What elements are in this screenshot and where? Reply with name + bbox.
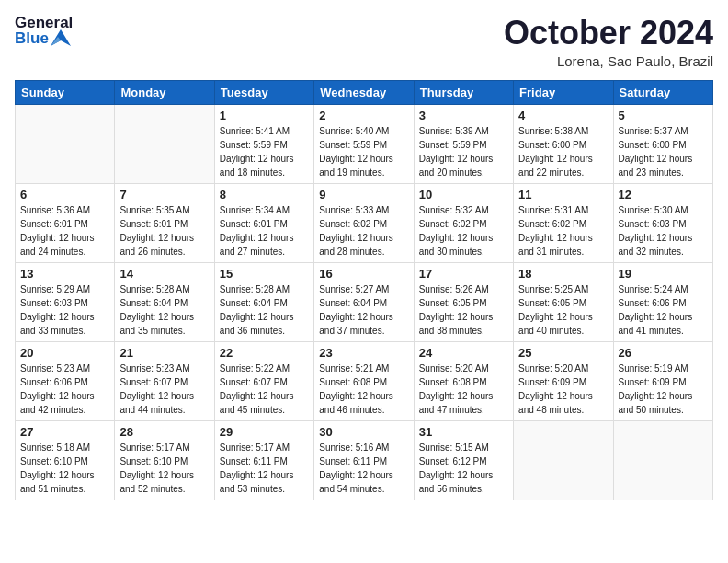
day-number: 16 — [319, 267, 408, 281]
header-wednesday: Wednesday — [314, 80, 414, 104]
day-info: Sunrise: 5:24 AMSunset: 6:06 PMDaylight:… — [619, 282, 708, 338]
calendar-cell-w1-d6: 4Sunrise: 5:38 AMSunset: 6:00 PMDaylight… — [514, 104, 613, 183]
day-info: Sunrise: 5:22 AMSunset: 6:07 PMDaylight:… — [220, 362, 309, 417]
day-number: 19 — [619, 267, 708, 281]
day-number: 2 — [319, 109, 408, 122]
day-info: Sunrise: 5:27 AMSunset: 6:04 PMDaylight:… — [319, 282, 408, 338]
location-text: Lorena, Sao Paulo, Brazil — [504, 53, 713, 69]
calendar-week-5: 27Sunrise: 5:18 AMSunset: 6:10 PMDayligh… — [16, 420, 713, 500]
day-info: Sunrise: 5:33 AMSunset: 6:02 PMDaylight:… — [319, 203, 408, 259]
logo-name: General Blue — [15, 15, 73, 46]
day-number: 25 — [518, 346, 608, 360]
calendar-cell-w1-d3: 1Sunrise: 5:41 AMSunset: 5:59 PMDaylight… — [214, 104, 313, 183]
day-number: 10 — [419, 188, 508, 201]
calendar-cell-w1-d2 — [115, 104, 214, 183]
day-info: Sunrise: 5:41 AMSunset: 5:59 PMDaylight:… — [220, 124, 309, 179]
calendar-cell-w4-d5: 24Sunrise: 5:20 AMSunset: 6:08 PMDayligh… — [414, 341, 513, 420]
day-number: 17 — [419, 267, 508, 281]
day-info: Sunrise: 5:28 AMSunset: 6:04 PMDaylight:… — [119, 282, 209, 338]
day-number: 12 — [619, 188, 708, 201]
day-number: 26 — [619, 346, 708, 360]
calendar-cell-w4-d1: 20Sunrise: 5:23 AMSunset: 6:06 PMDayligh… — [16, 341, 115, 420]
day-number: 22 — [220, 346, 309, 360]
calendar-cell-w1-d5: 3Sunrise: 5:39 AMSunset: 5:59 PMDaylight… — [414, 104, 513, 183]
calendar-cell-w5-d6 — [514, 420, 613, 500]
day-number: 29 — [220, 425, 309, 439]
header-thursday: Thursday — [414, 80, 513, 104]
day-number: 4 — [518, 109, 608, 122]
calendar-cell-w1-d1 — [16, 104, 115, 183]
month-title: October 2024 — [504, 15, 713, 52]
header-tuesday: Tuesday — [214, 80, 313, 104]
calendar-cell-w4-d4: 23Sunrise: 5:21 AMSunset: 6:08 PMDayligh… — [314, 341, 414, 420]
calendar-cell-w3-d7: 19Sunrise: 5:24 AMSunset: 6:06 PMDayligh… — [613, 262, 712, 341]
header-sunday: Sunday — [16, 80, 115, 104]
day-info: Sunrise: 5:35 AMSunset: 6:01 PMDaylight:… — [119, 203, 209, 259]
logo-bird-icon — [51, 29, 71, 46]
day-info: Sunrise: 5:16 AMSunset: 6:11 PMDaylight:… — [319, 441, 408, 496]
calendar-cell-w2-d4: 9Sunrise: 5:33 AMSunset: 6:02 PMDaylight… — [314, 183, 414, 262]
calendar-cell-w5-d7 — [613, 420, 712, 500]
calendar-cell-w5-d5: 31Sunrise: 5:15 AMSunset: 6:12 PMDayligh… — [414, 420, 513, 500]
day-info: Sunrise: 5:36 AMSunset: 6:01 PMDaylight:… — [20, 203, 109, 259]
header-saturday: Saturday — [613, 80, 712, 104]
calendar-cell-w3-d6: 18Sunrise: 5:25 AMSunset: 6:05 PMDayligh… — [514, 262, 613, 341]
day-number: 24 — [419, 346, 508, 360]
calendar-cell-w2-d6: 11Sunrise: 5:31 AMSunset: 6:02 PMDayligh… — [514, 183, 613, 262]
calendar-cell-w1-d7: 5Sunrise: 5:37 AMSunset: 6:00 PMDaylight… — [613, 104, 712, 183]
day-info: Sunrise: 5:39 AMSunset: 5:59 PMDaylight:… — [419, 124, 508, 179]
day-number: 14 — [119, 267, 209, 281]
calendar-cell-w3-d5: 17Sunrise: 5:26 AMSunset: 6:05 PMDayligh… — [414, 262, 513, 341]
calendar-cell-w4-d6: 25Sunrise: 5:20 AMSunset: 6:09 PMDayligh… — [514, 341, 613, 420]
day-info: Sunrise: 5:37 AMSunset: 6:00 PMDaylight:… — [619, 124, 708, 179]
day-info: Sunrise: 5:17 AMSunset: 6:10 PMDaylight:… — [119, 441, 209, 496]
day-info: Sunrise: 5:15 AMSunset: 6:12 PMDaylight:… — [419, 441, 508, 496]
day-number: 9 — [319, 188, 408, 201]
calendar-cell-w5-d1: 27Sunrise: 5:18 AMSunset: 6:10 PMDayligh… — [16, 420, 115, 500]
calendar-cell-w1-d4: 2Sunrise: 5:40 AMSunset: 5:59 PMDaylight… — [314, 104, 414, 183]
calendar-week-4: 20Sunrise: 5:23 AMSunset: 6:06 PMDayligh… — [16, 341, 713, 420]
calendar-cell-w2-d1: 6Sunrise: 5:36 AMSunset: 6:01 PMDaylight… — [16, 183, 115, 262]
calendar-cell-w5-d4: 30Sunrise: 5:16 AMSunset: 6:11 PMDayligh… — [314, 420, 414, 500]
calendar-header-row: Sunday Monday Tuesday Wednesday Thursday… — [16, 80, 713, 104]
header-monday: Monday — [115, 80, 214, 104]
calendar-cell-w5-d2: 28Sunrise: 5:17 AMSunset: 6:10 PMDayligh… — [115, 420, 214, 500]
calendar-cell-w4-d7: 26Sunrise: 5:19 AMSunset: 6:09 PMDayligh… — [613, 341, 712, 420]
day-info: Sunrise: 5:19 AMSunset: 6:09 PMDaylight:… — [619, 362, 708, 417]
header-friday: Friday — [514, 80, 613, 104]
day-info: Sunrise: 5:40 AMSunset: 5:59 PMDaylight:… — [319, 124, 408, 179]
calendar-cell-w4-d3: 22Sunrise: 5:22 AMSunset: 6:07 PMDayligh… — [214, 341, 313, 420]
calendar-week-2: 6Sunrise: 5:36 AMSunset: 6:01 PMDaylight… — [16, 183, 713, 262]
day-number: 8 — [220, 188, 309, 201]
calendar-cell-w2-d3: 8Sunrise: 5:34 AMSunset: 6:01 PMDaylight… — [214, 183, 313, 262]
day-info: Sunrise: 5:28 AMSunset: 6:04 PMDaylight:… — [220, 282, 309, 338]
logo-general-text: General — [15, 15, 73, 30]
calendar-cell-w2-d7: 12Sunrise: 5:30 AMSunset: 6:03 PMDayligh… — [613, 183, 712, 262]
day-number: 28 — [119, 425, 209, 439]
title-block: October 2024 Lorena, Sao Paulo, Brazil — [504, 15, 713, 69]
day-number: 27 — [20, 425, 109, 439]
day-number: 30 — [319, 425, 408, 439]
day-info: Sunrise: 5:20 AMSunset: 6:08 PMDaylight:… — [419, 362, 508, 417]
day-number: 5 — [619, 109, 708, 122]
day-number: 15 — [220, 267, 309, 281]
calendar-cell-w3-d2: 14Sunrise: 5:28 AMSunset: 6:04 PMDayligh… — [115, 262, 214, 341]
day-info: Sunrise: 5:21 AMSunset: 6:08 PMDaylight:… — [319, 362, 408, 417]
logo-blue-text: Blue — [15, 30, 49, 46]
calendar-cell-w2-d2: 7Sunrise: 5:35 AMSunset: 6:01 PMDaylight… — [115, 183, 214, 262]
day-info: Sunrise: 5:18 AMSunset: 6:10 PMDaylight:… — [20, 441, 109, 496]
day-number: 7 — [119, 188, 209, 201]
day-number: 18 — [518, 267, 608, 281]
calendar-cell-w3-d4: 16Sunrise: 5:27 AMSunset: 6:04 PMDayligh… — [314, 262, 414, 341]
day-info: Sunrise: 5:38 AMSunset: 6:00 PMDaylight:… — [518, 124, 608, 179]
day-number: 13 — [20, 267, 109, 281]
day-number: 3 — [419, 109, 508, 122]
calendar-cell-w5-d3: 29Sunrise: 5:17 AMSunset: 6:11 PMDayligh… — [214, 420, 313, 500]
day-number: 1 — [220, 109, 309, 122]
calendar-week-3: 13Sunrise: 5:29 AMSunset: 6:03 PMDayligh… — [16, 262, 713, 341]
day-number: 6 — [20, 188, 109, 201]
logo: General Blue — [15, 15, 73, 46]
day-info: Sunrise: 5:23 AMSunset: 6:06 PMDaylight:… — [20, 362, 109, 417]
day-number: 20 — [20, 346, 109, 360]
day-info: Sunrise: 5:34 AMSunset: 6:01 PMDaylight:… — [220, 203, 309, 259]
